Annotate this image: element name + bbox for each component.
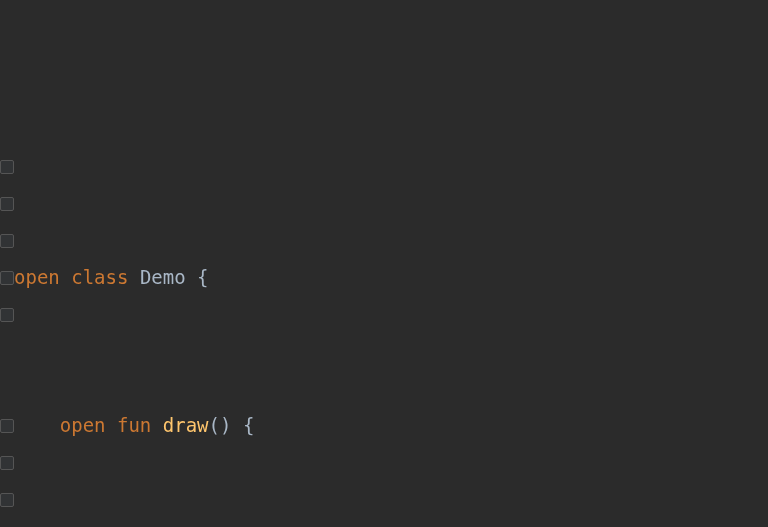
fold-3-icon[interactable] <box>0 234 14 248</box>
fold-1-icon[interactable] <box>0 160 14 174</box>
code-line[interactable]: open fun draw() { <box>14 407 768 444</box>
type-demo: Demo <box>140 266 186 288</box>
keyword-class: class <box>71 266 128 288</box>
code-editor[interactable]: open class Demo { open fun draw() { prin… <box>0 148 768 527</box>
keyword-open: open <box>60 414 106 436</box>
brace: { <box>243 414 254 436</box>
parens: () <box>209 414 232 436</box>
code-area[interactable]: open class Demo { open fun draw() { prin… <box>14 148 768 527</box>
keyword-fun: fun <box>117 414 151 436</box>
fold-4-icon[interactable] <box>0 271 14 285</box>
fold-8-icon[interactable] <box>0 419 14 433</box>
code-line[interactable]: open class Demo { <box>14 259 768 296</box>
fold-5-icon[interactable] <box>0 308 14 322</box>
fold-9-icon[interactable] <box>0 456 14 470</box>
brace: { <box>197 266 208 288</box>
keyword-open: open <box>14 266 60 288</box>
fold-10-icon[interactable] <box>0 493 14 507</box>
fold-2-icon[interactable] <box>0 197 14 211</box>
gutter <box>0 148 14 527</box>
function-draw: draw <box>163 414 209 436</box>
